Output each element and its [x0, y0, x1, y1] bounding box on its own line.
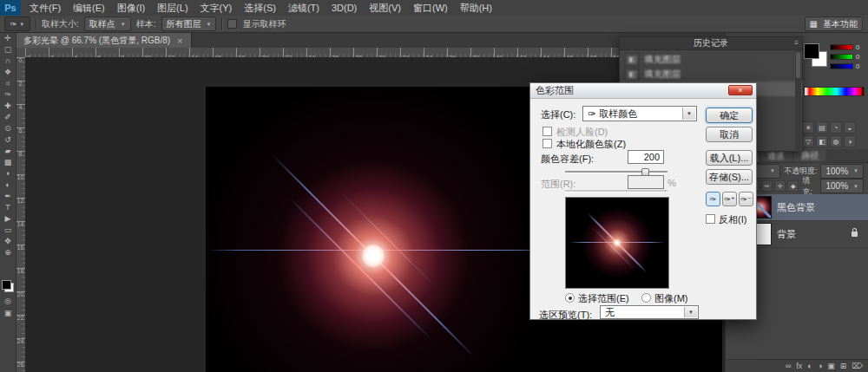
foreground-background-swatch[interactable]: [2, 280, 14, 292]
gradient-bar[interactable]: [830, 54, 853, 60]
lock-move-icon[interactable]: ✛: [774, 180, 786, 192]
lasso-tool-icon[interactable]: ∩: [0, 55, 16, 67]
scrollbar-thumb[interactable]: [796, 52, 800, 78]
eraser-tool-icon[interactable]: ▰: [0, 146, 16, 157]
black-white-icon[interactable]: ◑: [844, 135, 856, 147]
fill-dropdown[interactable]: 100% ▼: [820, 179, 864, 193]
menu-item-3[interactable]: 图像(I): [111, 0, 151, 16]
crop-tool-icon[interactable]: ⌗: [0, 78, 16, 89]
show-sampling-ring-checkbox[interactable]: [227, 19, 237, 29]
color-panel-swatches[interactable]: [804, 43, 827, 67]
vibrance-icon[interactable]: ▽: [802, 135, 814, 147]
move-tool-icon[interactable]: ✛: [0, 33, 16, 44]
localized-clusters-checkbox[interactable]: [542, 139, 552, 148]
sample-dropdown[interactable]: 所有图层 ▼: [161, 16, 217, 31]
color-slider-b[interactable]: 0: [830, 62, 866, 71]
pen-tool-icon[interactable]: ✒: [0, 191, 16, 202]
lock-all-icon[interactable]: ◆: [787, 180, 799, 192]
image-radio[interactable]: [641, 293, 651, 303]
menu-item-2[interactable]: 编辑(E): [67, 0, 111, 16]
menu-item-4[interactable]: 图层(L): [151, 0, 194, 16]
fuzziness-input[interactable]: 200: [628, 150, 664, 164]
subtract-from-sample-button[interactable]: ✑⁻: [739, 192, 753, 206]
layer-name[interactable]: 背景: [777, 228, 796, 241]
menu-item-7[interactable]: 滤镜(T): [282, 0, 326, 16]
select-dropdown[interactable]: ✑ 取样颜色 ▼: [582, 106, 697, 121]
ok-button[interactable]: 确定: [706, 108, 753, 123]
zoom-tool-icon[interactable]: ⊕: [0, 247, 16, 258]
levels-icon[interactable]: ▤: [816, 121, 828, 134]
lock-paint-icon[interactable]: ✏: [761, 180, 773, 192]
clone-stamp-tool-icon[interactable]: ⊙: [0, 123, 16, 134]
sample-eyedropper-button[interactable]: ✑: [706, 192, 720, 206]
color-spectrum-ramp[interactable]: [804, 87, 865, 96]
sample-size-label: 取样大小:: [42, 18, 79, 30]
detect-faces-checkbox[interactable]: [542, 127, 552, 136]
load-button[interactable]: 载入(L)...: [706, 150, 753, 166]
panel-menu-icon[interactable]: ≡: [794, 39, 799, 47]
layer-name[interactable]: 黑色背景: [777, 201, 815, 214]
opacity-dropdown[interactable]: 100% ▼: [820, 164, 864, 179]
dialog-body: 选择(C): ✑ 取样颜色 ▼ 检测人脸(D) 本地化颜色簇(Z) 颜色容差(F…: [530, 98, 756, 319]
menu-item-10[interactable]: 窗口(W): [407, 0, 454, 16]
color-slider-g[interactable]: 0: [830, 52, 866, 62]
color-balance-icon[interactable]: ◍: [830, 135, 842, 147]
gradient-bar[interactable]: [830, 44, 853, 50]
color-slider-r[interactable]: 0: [830, 42, 866, 52]
selection-preview-dropdown[interactable]: 无 ▼: [600, 305, 699, 319]
history-panel-header[interactable]: 历史记录 ≡: [620, 37, 802, 50]
layer-style-icon[interactable]: fx: [796, 362, 802, 370]
history-scrollbar[interactable]: [795, 50, 801, 150]
current-tool-button[interactable]: ✑ ▼: [4, 16, 30, 31]
workspace-switcher-button[interactable]: ▦ 基本功能: [805, 16, 863, 31]
dodge-tool-icon[interactable]: ◐: [0, 179, 16, 191]
menu-item-11[interactable]: 帮助(H): [454, 0, 498, 16]
link-layers-icon[interactable]: ∞: [786, 362, 791, 370]
healing-brush-tool-icon[interactable]: ✚: [0, 101, 16, 112]
menu-item-5[interactable]: 文字(Y): [194, 0, 239, 16]
foreground-color-swatch[interactable]: [804, 43, 819, 59]
close-icon[interactable]: ×: [177, 36, 182, 46]
hand-tool-icon[interactable]: ✥: [0, 236, 16, 247]
brightness-contrast-icon[interactable]: ☀: [802, 121, 814, 134]
cancel-button[interactable]: 取消: [706, 127, 753, 142]
sample-size-dropdown[interactable]: 取样点 ▼: [84, 16, 131, 31]
brush-tool-icon[interactable]: ✐: [0, 112, 16, 123]
menu-item-1[interactable]: 文件(F): [23, 0, 67, 16]
new-layer-icon[interactable]: ⊞: [840, 362, 847, 370]
history-step-1[interactable]: ◧填充图层: [620, 52, 802, 67]
selection-preview[interactable]: [565, 197, 669, 289]
selection-radio[interactable]: [565, 293, 575, 303]
menu-item-8[interactable]: 3D(D): [326, 0, 363, 16]
invert-checkbox[interactable]: [706, 214, 715, 224]
document-tab[interactable]: 多彩光晕 @ 66.7% (黑色背景, RGB/8) ×: [16, 33, 192, 48]
save-button[interactable]: 存储(S)...: [706, 169, 753, 185]
layer-mask-icon[interactable]: ◐: [807, 362, 812, 370]
grid-icon: ▦: [810, 19, 818, 29]
hue-saturation-icon[interactable]: ◧: [816, 135, 828, 147]
curves-icon[interactable]: ◔: [830, 121, 842, 134]
screen-mode-icon[interactable]: ▣: [0, 309, 16, 317]
layer-group-icon[interactable]: ▣: [827, 362, 835, 370]
foreground-color-swatch[interactable]: [2, 280, 11, 290]
quick-selection-tool-icon[interactable]: ❖: [0, 67, 16, 78]
type-tool-icon[interactable]: T: [0, 202, 16, 213]
marquee-tool-icon[interactable]: ▢: [0, 44, 16, 55]
dialog-title-bar[interactable]: 色彩范围 ×: [530, 83, 756, 99]
gradient-bar[interactable]: [830, 63, 853, 69]
history-brush-tool-icon[interactable]: ↺: [0, 134, 16, 146]
dialog-close-button[interactable]: ×: [728, 85, 753, 95]
menu-item-9[interactable]: 视图(V): [363, 0, 407, 16]
shape-tool-icon[interactable]: ▭: [0, 225, 16, 236]
exposure-icon[interactable]: ◒: [844, 121, 856, 134]
blur-tool-icon[interactable]: ◖: [0, 168, 16, 179]
history-step-2[interactable]: ◧填充图层: [620, 67, 802, 82]
menu-item-6[interactable]: 选择(S): [238, 0, 282, 16]
delete-layer-icon[interactable]: ⌦: [852, 362, 863, 370]
gradient-tool-icon[interactable]: ▩: [0, 157, 16, 168]
eyedropper-tool-icon[interactable]: ✑: [0, 89, 16, 101]
adjustment-layer-icon[interactable]: ◑: [818, 362, 822, 370]
quick-mask-icon[interactable]: ◎: [0, 297, 16, 305]
path-selection-tool-icon[interactable]: ▶: [0, 213, 16, 225]
add-to-sample-button[interactable]: ✑⁺: [722, 192, 737, 206]
